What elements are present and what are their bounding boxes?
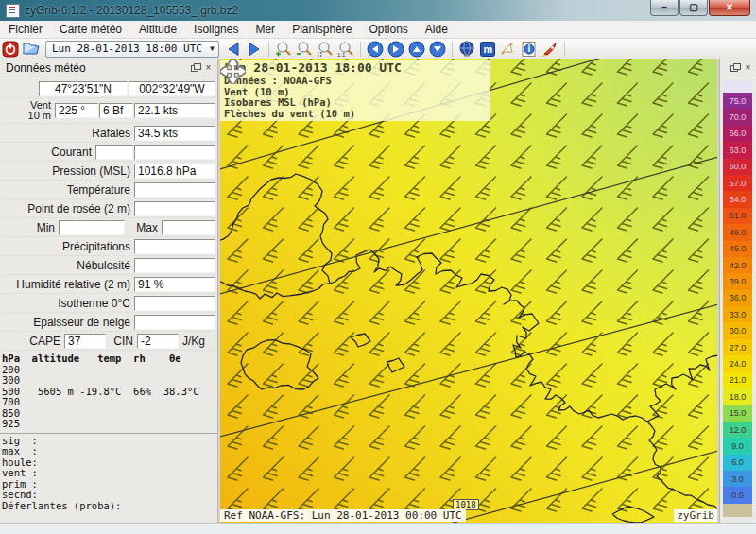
- zoom-out-button[interactable]: [295, 40, 314, 58]
- scale-band: 66.0: [723, 126, 752, 142]
- menu-item-aide[interactable]: Aide: [417, 21, 456, 38]
- float-panel-button[interactable]: [190, 63, 200, 73]
- map-canvas[interactable]: Lun 28-01-2013 18:00 UTC Données : NOAA-…: [220, 59, 717, 523]
- legend-datetime: Lun 28-01-2013 18:00 UTC: [224, 61, 487, 75]
- cin-label: CIN: [107, 335, 137, 348]
- menu-item-fichier[interactable]: Fichier: [0, 21, 51, 38]
- menu-item-mer[interactable]: Mer: [247, 21, 284, 38]
- meteotable-button[interactable]: m: [478, 40, 497, 58]
- precipitation-row: Précipitations: [1, 237, 216, 256]
- scale-band: 42.0: [723, 257, 752, 273]
- scale-band: 6.0: [723, 455, 752, 471]
- gust-row: Rafales 34.5 kts: [1, 124, 216, 143]
- weather-data-panel: Données météo × 47°23'51"N 002°32'49"W V…: [0, 59, 218, 523]
- gust-label: Rafales: [2, 127, 134, 140]
- scale-band: 51.0: [723, 208, 752, 224]
- scale-band: 63.0: [723, 142, 752, 158]
- move-cursor-icon: [220, 59, 246, 84]
- prev-timestep-button[interactable]: [224, 40, 243, 58]
- arrow-left-icon: [226, 42, 241, 57]
- cloudiness-label: Nébulosité: [2, 259, 134, 272]
- cape-cin-row: CAPE 37 CIN -2 J/Kg: [1, 332, 216, 351]
- altitude-table-header: hPa altitude temp rh θe: [2, 353, 217, 365]
- zoom-grid-button[interactable]: 1:1: [336, 40, 355, 58]
- map-reference-label: Ref NOAA-GFS: Lun 28-01-2013 00:00 UTC: [220, 509, 466, 522]
- move-right-button[interactable]: [387, 40, 405, 58]
- snow-depth-label: Epaisseur de neige: [2, 316, 134, 329]
- altitude-table-line: 500 5605 m -19.8°C 66% 38.3°C: [2, 387, 217, 398]
- longitude-value: 002°32'49"W: [129, 81, 215, 96]
- circle-arrow-right-icon: [387, 41, 404, 58]
- zoom-out-icon: [295, 41, 314, 58]
- move-down-button[interactable]: [428, 40, 447, 58]
- circle-arrow-left-icon: [367, 41, 384, 58]
- isotherm-row: Isotherme 0°C: [1, 294, 216, 313]
- wind-row: Vent 10 m 225 ° 6 Bf 22.1 kts: [1, 98, 216, 124]
- wave-data-line: vent :: [2, 468, 217, 479]
- map-legend: Lun 28-01-2013 18:00 UTC Données : NOAA-…: [220, 60, 490, 121]
- coords-row: 47°23'51"N 002°32'49"W: [1, 79, 216, 98]
- temperature-row: Température: [1, 181, 216, 199]
- precipitation-label: Précipitations: [2, 240, 134, 253]
- altitude-table-line: 850: [2, 408, 217, 420]
- next-timestep-button[interactable]: [245, 40, 264, 58]
- download-grib-button[interactable]: [541, 40, 559, 58]
- wave-data-line: max :: [2, 446, 217, 457]
- scale-band: 21.0: [723, 372, 752, 388]
- title-bar[interactable]: zyGrib-6.1.2 - 20130128_105553_.grb.bz2 …: [0, 0, 756, 21]
- menu-item-planisph-re[interactable]: Planisphère: [284, 21, 360, 38]
- altitude-table-line: 300: [2, 375, 217, 387]
- zoom-fit-button[interactable]: [316, 40, 335, 58]
- menu-item-altitude[interactable]: Altitude: [130, 21, 185, 38]
- scale-band: 70.0: [723, 109, 752, 125]
- float-scale-button[interactable]: [730, 63, 740, 73]
- isotherm-label: Isotherme 0°C: [2, 297, 134, 310]
- move-up-button[interactable]: [407, 40, 426, 58]
- pressure-row: Pression (MSL) 1016.8 hPa: [1, 162, 216, 181]
- scale-band: 75.0: [723, 93, 752, 109]
- menu-item-options[interactable]: Options: [361, 21, 417, 38]
- scale-band: 60.0: [723, 159, 752, 175]
- close-panel-button[interactable]: ×: [203, 63, 214, 73]
- min-max-row: Min Max: [1, 218, 216, 237]
- cape-value: 37: [64, 334, 106, 349]
- rocket-icon: [541, 41, 559, 58]
- latitude-value: 47°23'51"N: [39, 81, 128, 96]
- cape-label: CAPE: [2, 335, 64, 348]
- move-left-button[interactable]: [366, 40, 385, 58]
- current-row: Courant: [1, 143, 216, 162]
- show-globe-button[interactable]: [457, 40, 476, 58]
- svg-text:m: m: [483, 43, 492, 55]
- circle-arrow-up-icon: [408, 41, 425, 58]
- map-info-icon: [521, 41, 538, 58]
- legend-line: Flèches du vent (10 m): [224, 109, 487, 119]
- select-zone-button[interactable]: [499, 40, 518, 58]
- datetime-select[interactable]: Lun 28-01-2013 18:00 UTC ▼: [45, 41, 219, 58]
- current-label: Courant: [2, 146, 95, 159]
- max-label: Max: [126, 221, 162, 234]
- gust-value: 34.5 kts: [134, 126, 215, 141]
- open-file-button[interactable]: [22, 40, 41, 58]
- cape-unit-label: J/Kg: [180, 335, 216, 348]
- zoom-in-button[interactable]: [274, 40, 293, 58]
- maximize-button[interactable]: ▢: [679, 0, 708, 16]
- close-button[interactable]: ✕: [709, 0, 750, 16]
- arrow-right-icon: [247, 42, 262, 57]
- map-info-button[interactable]: [520, 40, 539, 58]
- scale-band: 12.0: [723, 422, 752, 438]
- dew-point-row: Point de rosée (2 m): [1, 199, 216, 218]
- scale-band: 24.0: [723, 355, 752, 371]
- snow-depth-row: Epaisseur de neige: [1, 313, 216, 332]
- zygrib-watermark: zyGrib: [674, 509, 717, 522]
- quit-button[interactable]: [1, 40, 20, 58]
- status-bar: [0, 523, 756, 534]
- menu-item-isolignes[interactable]: Isolignes: [185, 21, 247, 38]
- minimize-button[interactable]: –: [650, 0, 679, 16]
- circle-arrow-down-icon: [429, 41, 446, 58]
- app-icon: [6, 4, 20, 18]
- toolbar: Lun 28-01-2013 18:00 UTC ▼: [0, 39, 756, 60]
- close-scale-button[interactable]: ×: [743, 63, 753, 73]
- altitude-table: hPa altitude temp rh θe200300500 5605 m …: [0, 351, 217, 430]
- legend-line: Données : NOAA-GFS: [224, 76, 487, 86]
- menu-item-carte-m-t-o[interactable]: Carte météo: [51, 21, 130, 38]
